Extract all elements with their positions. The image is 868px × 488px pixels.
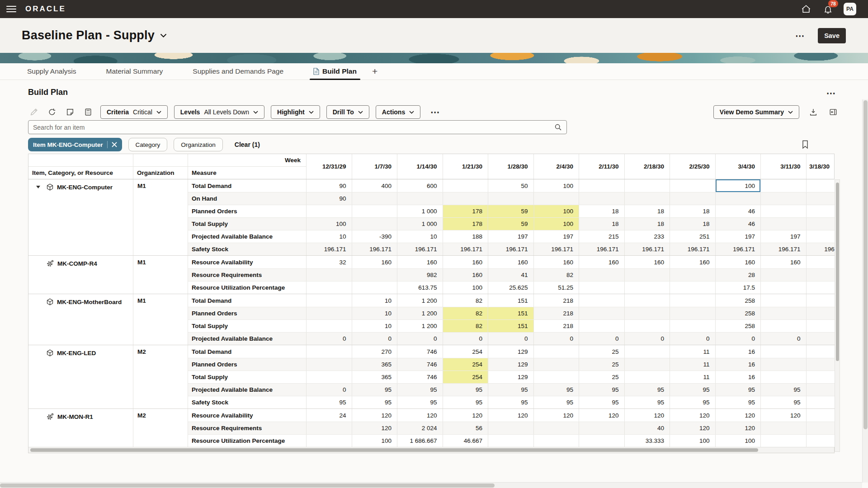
value-cell[interactable] (579, 192, 625, 205)
download-icon[interactable] (807, 106, 819, 118)
value-cell[interactable] (307, 307, 352, 319)
value-cell[interactable] (625, 358, 670, 371)
plan-overflow-menu[interactable]: ⋯ (795, 31, 805, 40)
value-cell[interactable] (625, 269, 670, 281)
value-cell[interactable]: 24 (307, 409, 352, 422)
value-cell[interactable] (579, 320, 625, 332)
value-cell[interactable]: 95 (625, 384, 670, 396)
value-cell[interactable] (761, 435, 807, 447)
calculator-icon[interactable] (82, 106, 94, 118)
value-cell[interactable]: 982 (397, 269, 443, 281)
value-cell[interactable]: 160 (579, 256, 625, 268)
value-cell[interactable]: 95 (716, 396, 761, 408)
value-cell[interactable] (761, 192, 807, 205)
value-cell[interactable] (670, 307, 716, 319)
value-cell[interactable]: 95 (488, 396, 534, 408)
value-cell[interactable] (761, 371, 807, 383)
value-cell[interactable] (307, 282, 352, 294)
value-cell[interactable]: 160 (443, 269, 489, 281)
value-cell[interactable] (761, 345, 807, 358)
value-cell[interactable] (625, 307, 670, 319)
value-cell[interactable]: 32 (307, 256, 352, 268)
value-cell[interactable]: 151 (488, 307, 534, 319)
add-tab-button[interactable]: + (372, 66, 377, 77)
expand-toggle-icon[interactable] (36, 185, 41, 189)
week-column-header[interactable]: 3/18/30 (807, 154, 835, 179)
value-cell[interactable] (807, 371, 835, 383)
value-cell[interactable]: 196.171 (761, 243, 807, 255)
value-cell[interactable]: 196.171 (807, 243, 835, 255)
home-icon[interactable] (800, 3, 812, 15)
value-cell[interactable] (625, 294, 670, 307)
value-cell[interactable]: 120 (443, 409, 489, 422)
value-cell[interactable]: 120 (670, 422, 716, 434)
value-cell[interactable] (625, 320, 670, 332)
value-cell[interactable]: 196.171 (579, 243, 625, 255)
value-cell[interactable]: 0 (307, 333, 352, 345)
value-cell[interactable] (807, 396, 835, 408)
bookmark-icon[interactable] (799, 139, 811, 150)
value-cell[interactable]: 100 (534, 205, 580, 217)
value-cell[interactable] (807, 269, 835, 281)
value-cell[interactable]: 270 (352, 345, 398, 358)
value-cell[interactable] (761, 205, 807, 217)
value-cell[interactable] (352, 269, 398, 281)
value-cell[interactable]: 1 200 (397, 320, 443, 332)
value-cell[interactable] (534, 422, 580, 434)
value-cell[interactable] (670, 294, 716, 307)
value-cell[interactable] (625, 345, 670, 358)
value-cell[interactable]: 46 (716, 218, 761, 230)
value-cell[interactable]: 100 (534, 179, 580, 192)
value-cell[interactable] (807, 345, 835, 358)
value-cell[interactable]: 196.171 (716, 243, 761, 255)
value-cell[interactable] (807, 422, 835, 434)
value-cell[interactable]: 95 (579, 384, 625, 396)
week-column-header[interactable]: 3/4/30 (716, 154, 761, 179)
value-cell[interactable]: 16 (716, 345, 761, 358)
value-cell[interactable]: 1 000 (397, 205, 443, 217)
value-cell[interactable]: 95 (307, 396, 352, 408)
notes-icon[interactable] (64, 106, 76, 118)
value-cell[interactable]: 1 686.667 (397, 435, 443, 447)
value-cell[interactable]: 95 (352, 396, 398, 408)
value-cell[interactable]: 18 (670, 218, 716, 230)
value-cell[interactable] (807, 294, 835, 307)
value-cell[interactable]: 25.625 (488, 282, 534, 294)
value-cell[interactable] (534, 192, 580, 205)
value-cell[interactable]: 746 (397, 358, 443, 371)
highlight-dropdown[interactable]: Highlight (271, 105, 320, 119)
remove-filter-close-icon[interactable] (112, 142, 117, 147)
page-vertical-scrollbar[interactable] (862, 99, 868, 483)
value-cell[interactable] (397, 192, 443, 205)
tab-build-plan[interactable]: Build Plan (313, 63, 357, 80)
value-cell[interactable] (670, 320, 716, 332)
item-name[interactable]: MK-ENG-Computer (57, 184, 113, 191)
value-cell[interactable]: 0 (352, 333, 398, 345)
value-cell[interactable] (807, 307, 835, 319)
actions-dropdown[interactable]: Actions (376, 105, 420, 119)
value-cell[interactable] (307, 371, 352, 383)
value-cell[interactable]: 82 (443, 307, 489, 319)
value-cell[interactable] (443, 192, 489, 205)
value-cell[interactable]: 18 (625, 218, 670, 230)
value-cell[interactable]: 95 (534, 396, 580, 408)
value-cell[interactable]: 46.667 (443, 435, 489, 447)
value-cell[interactable]: 160 (716, 256, 761, 268)
value-cell[interactable]: 59 (488, 205, 534, 217)
value-cell[interactable]: 0 (488, 333, 534, 345)
value-cell[interactable] (579, 307, 625, 319)
value-cell[interactable]: 90 (307, 192, 352, 205)
value-cell[interactable]: 0 (625, 333, 670, 345)
selected-value-cell[interactable]: 100 (716, 179, 761, 192)
week-column-header[interactable]: 2/4/30 (534, 154, 580, 179)
value-cell[interactable]: 11 (670, 358, 716, 371)
value-cell[interactable]: 160 (670, 256, 716, 268)
value-cell[interactable]: 95 (397, 396, 443, 408)
value-cell[interactable]: 151 (488, 294, 534, 307)
value-cell[interactable]: 600 (397, 179, 443, 192)
value-cell[interactable]: 188 (443, 230, 489, 243)
criteria-dropdown[interactable]: Criteria Critical (100, 105, 168, 119)
value-cell[interactable] (807, 230, 835, 243)
value-cell[interactable] (579, 179, 625, 192)
value-cell[interactable] (761, 422, 807, 434)
